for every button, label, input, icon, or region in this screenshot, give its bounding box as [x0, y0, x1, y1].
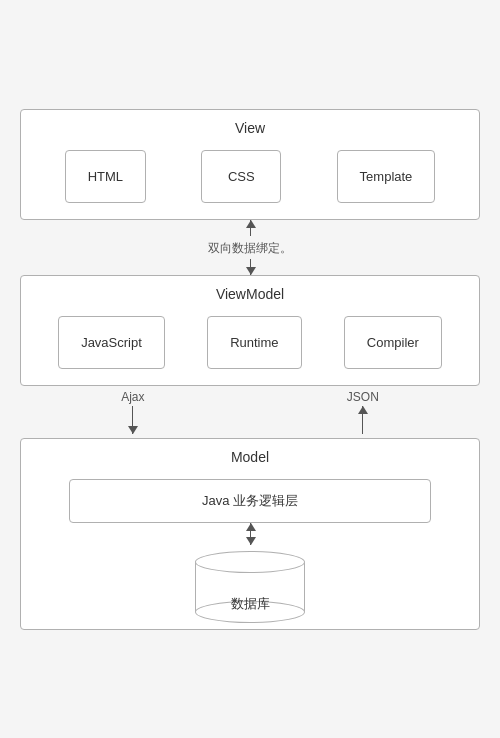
viewmodel-layer: ViewModel JavaScript Runtime Compiler [20, 275, 480, 386]
db-shaft [250, 523, 251, 545]
ajax-label: Ajax [121, 390, 144, 404]
arrow-down-1 [250, 259, 251, 275]
runtime-box: Runtime [207, 316, 301, 369]
ajax-shaft [132, 406, 133, 434]
json-arrow: JSON [347, 390, 379, 434]
viewmodel-title: ViewModel [37, 286, 463, 302]
database-cylinder: 数据库 [195, 551, 305, 613]
css-box: CSS [201, 150, 281, 203]
viewmodel-boxes: JavaScript Runtime Compiler [37, 316, 463, 369]
view-title: View [37, 120, 463, 136]
javascript-box: JavaScript [58, 316, 165, 369]
cyl-top [195, 551, 305, 573]
connector-view-viewmodel: 双向数据绑定。 [20, 220, 480, 275]
compiler-box: Compiler [344, 316, 442, 369]
model-layer: Model Java 业务逻辑层 数据库 [20, 438, 480, 630]
model-title: Model [37, 449, 463, 465]
html-box: HTML [65, 150, 146, 203]
java-box: Java 业务逻辑层 [69, 479, 431, 523]
view-layer: View HTML CSS Template [20, 109, 480, 220]
architecture-diagram: View HTML CSS Template 双向数据绑定。 ViewModel… [20, 89, 480, 650]
connector-viewmodel-model: Ajax JSON [20, 386, 480, 438]
json-shaft [362, 406, 363, 434]
connector-label-1: 双向数据绑定。 [208, 240, 292, 257]
db-label: 数据库 [231, 595, 270, 613]
view-boxes: HTML CSS Template [37, 150, 463, 203]
arrow-up-1 [250, 220, 251, 236]
db-arrow [250, 523, 251, 545]
template-box: Template [337, 150, 436, 203]
ajax-arrow: Ajax [121, 390, 144, 434]
json-label: JSON [347, 390, 379, 404]
double-arrow-1: 双向数据绑定。 [208, 220, 292, 275]
